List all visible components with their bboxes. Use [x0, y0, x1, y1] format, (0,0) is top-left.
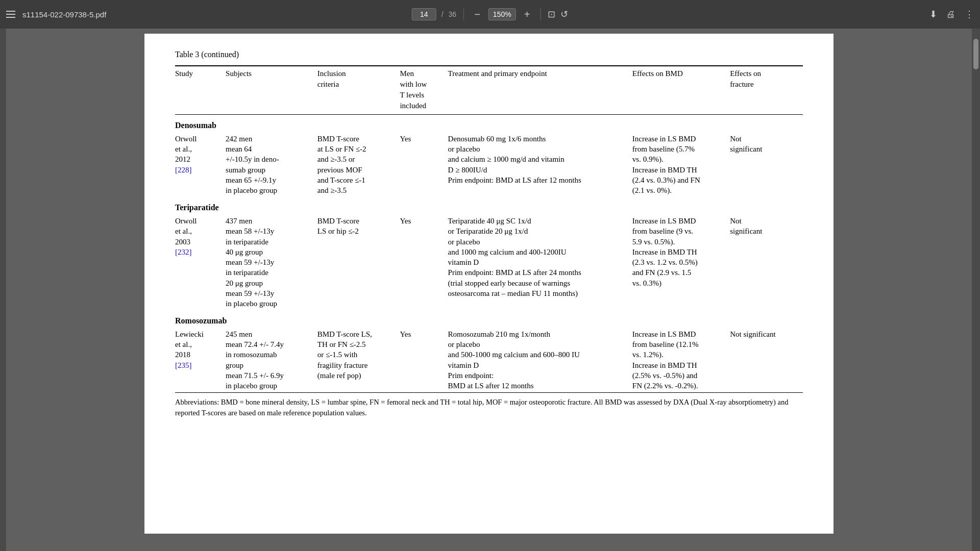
ref-link-228[interactable]: [228] — [175, 166, 192, 174]
print-button[interactable]: 🖨 — [946, 9, 955, 20]
cell-subjects: 242 menmean 64+/-10.5y in deno-sumab gro… — [226, 132, 317, 197]
table-header-row: Study Subjects Inclusioncriteria Menwith… — [175, 66, 803, 115]
page-current-input[interactable] — [416, 10, 432, 18]
section-teriparatide-label: Teriparatide — [175, 197, 803, 214]
cell-inclusion: BMD T-score LS,TH or FN ≤-2.5or ≤-1.5 wi… — [317, 328, 400, 393]
table-row: Lewieckiet al.,2018[235] 245 menmean 72.… — [175, 328, 803, 393]
col-effects-fracture: Effects onfracture — [730, 66, 803, 115]
col-men-low-t: Menwith lowT levelsincluded — [400, 66, 448, 115]
section-denosumab-label: Denosumab — [175, 115, 803, 132]
content-area: Table 3 (continued) Study Subjects Inclu… — [6, 29, 972, 551]
col-treatment: Treatment and primary endpoint — [448, 66, 632, 115]
scroll-thumb[interactable] — [973, 39, 978, 69]
cell-effects-bmd: Increase in LS BMDfrom baseline (12.1%vs… — [632, 328, 730, 393]
cell-study: Orwollet al.,2003[232] — [175, 214, 226, 310]
zoom-in-button[interactable]: + — [521, 8, 533, 20]
col-subjects: Subjects — [226, 66, 317, 115]
section-denosumab: Denosumab — [175, 115, 803, 132]
more-options-button[interactable]: ⋮ — [965, 9, 974, 20]
table-subtitle: (continued) — [201, 50, 239, 59]
toolbar-center: / 36 − 150% + ⊡ ↺ — [412, 8, 569, 20]
download-button[interactable]: ⬇ — [929, 9, 937, 20]
ref-link-235[interactable]: [235] — [175, 361, 192, 369]
divider-2 — [540, 8, 541, 20]
toolbar-left: s11154-022-09738-5.pdf — [6, 10, 106, 19]
table-title: Table 3 (continued) — [175, 49, 803, 60]
cell-effects-fracture: Notsignificant — [730, 214, 803, 310]
page-total-label: 36 — [449, 10, 457, 18]
abbreviations-row: Abbreviations: BMD = bone mineral densit… — [175, 393, 803, 419]
zoom-level-display: 150% — [488, 8, 516, 20]
cell-treatment: Denosumab 60 mg 1x/6 monthsor placeboand… — [448, 132, 632, 197]
cell-men-low-t: Yes — [400, 132, 448, 197]
ref-link-232[interactable]: [232] — [175, 248, 192, 256]
table-number: Table 3 — [175, 50, 199, 59]
pdf-page: Table 3 (continued) Study Subjects Inclu… — [144, 34, 834, 534]
cell-treatment: Romosozumab 210 mg 1x/monthor placeboand… — [448, 328, 632, 393]
cell-effects-fracture: Notsignificant — [730, 132, 803, 197]
cell-effects-fracture: Not significant — [730, 328, 803, 393]
cell-inclusion: BMD T-scoreLS or hip ≤-2 — [317, 214, 400, 310]
cell-effects-bmd: Increase in LS BMDfrom baseline (5.7%vs.… — [632, 132, 730, 197]
cell-subjects: 437 menmean 58 +/-13yin teriparatide40 μ… — [226, 214, 317, 310]
col-inclusion: Inclusioncriteria — [317, 66, 400, 115]
section-romosozumab-label: Romosozumab — [175, 310, 803, 328]
main-area: Table 3 (continued) Study Subjects Inclu… — [0, 29, 980, 551]
zoom-out-button[interactable]: − — [471, 8, 483, 20]
right-scrollbar[interactable] — [972, 29, 980, 551]
cell-men-low-t: Yes — [400, 214, 448, 310]
cell-subjects: 245 menmean 72.4 +/- 7.4yin romosozumabg… — [226, 328, 317, 393]
cell-study: Lewieckiet al.,2018[235] — [175, 328, 226, 393]
section-teriparatide: Teriparatide — [175, 197, 803, 214]
divider-1 — [463, 8, 464, 20]
table-row: Orwollet al.,2003[232] 437 menmean 58 +/… — [175, 214, 803, 310]
cell-study: Orwollet al.,2012[228] — [175, 132, 226, 197]
page-input-wrap — [412, 8, 436, 20]
col-study: Study — [175, 66, 226, 115]
toolbar-right: ⬇ 🖨 ⋮ — [929, 9, 974, 20]
abbreviations-text: Abbreviations: BMD = bone mineral densit… — [175, 393, 803, 419]
toolbar: s11154-022-09738-5.pdf / 36 − 150% + ⊡ ↺… — [0, 0, 980, 29]
left-scrollbar — [0, 29, 6, 551]
history-button[interactable]: ↺ — [560, 9, 568, 20]
page-separator: / — [442, 10, 444, 18]
cell-inclusion: BMD T-scoreat LS or FN ≤-2and ≥-3.5 orpr… — [317, 132, 400, 197]
cell-treatment: Teriparatide 40 μg SC 1x/dor Teriparatid… — [448, 214, 632, 310]
col-effects-bmd: Effects on BMD — [632, 66, 730, 115]
table-row: Orwollet al.,2012[228] 242 menmean 64+/-… — [175, 132, 803, 197]
main-table: Study Subjects Inclusioncriteria Menwith… — [175, 65, 803, 419]
menu-icon[interactable] — [6, 11, 15, 18]
filename-label: s11154-022-09738-5.pdf — [22, 10, 106, 19]
section-romosozumab: Romosozumab — [175, 310, 803, 328]
cell-effects-bmd: Increase in LS BMDfrom baseline (9 vs.5.… — [632, 214, 730, 310]
cell-men-low-t: Yes — [400, 328, 448, 393]
fit-page-button[interactable]: ⊡ — [548, 9, 555, 20]
